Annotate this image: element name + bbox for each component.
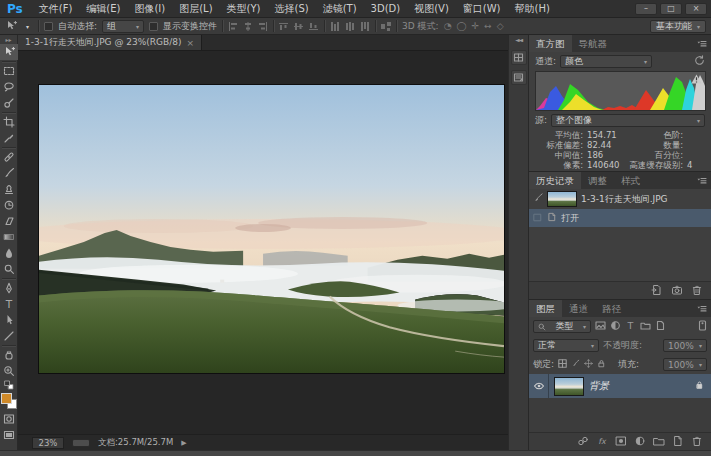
tab-paths[interactable]: 路径 <box>595 300 628 317</box>
tab-styles[interactable]: 样式 <box>614 172 647 189</box>
distribute-vertical-centers-icon[interactable] <box>345 22 355 31</box>
history-state-row[interactable]: 打开 <box>529 209 711 227</box>
pen-tool[interactable] <box>0 280 18 296</box>
menu-view[interactable]: 视图(V) <box>407 0 456 17</box>
document-tab[interactable]: 1-3-1行走天地间.JPG @ 23%(RGB/8) × <box>18 35 202 50</box>
history-snapshot-row[interactable]: 1-3-1行走天地间.JPG <box>529 189 711 209</box>
menu-filter[interactable]: 滤镜(T) <box>316 0 364 17</box>
lock-transparent-pixels-icon[interactable] <box>558 359 567 370</box>
filter-shape-layers-icon[interactable] <box>640 320 651 333</box>
channel-dropdown[interactable]: 颜色▾ <box>560 55 652 68</box>
tab-history[interactable]: 历史记录 <box>529 172 581 189</box>
blur-tool[interactable] <box>0 245 18 261</box>
delete-layer-icon[interactable] <box>691 435 703 449</box>
default-colors-icon[interactable] <box>0 379 18 391</box>
history-brush-source-icon[interactable] <box>533 193 543 205</box>
distribute-top-edges-icon[interactable] <box>330 22 340 31</box>
align-horizontal-centers-icon[interactable] <box>294 22 304 31</box>
move-tool[interactable] <box>0 44 18 60</box>
menu-image[interactable]: 图像(I) <box>127 0 172 17</box>
layer-style-icon[interactable]: fx <box>596 435 608 449</box>
align-bottom-edges-icon[interactable] <box>309 22 319 31</box>
3d-scale-icon[interactable]: ◇ <box>497 18 504 34</box>
filter-pixel-layers-icon[interactable] <box>595 320 606 333</box>
menu-file[interactable]: 文件(F) <box>32 0 80 17</box>
blend-mode-dropdown[interactable]: 正常▾ <box>533 339 599 352</box>
menu-layer[interactable]: 图层(L) <box>172 0 219 17</box>
fill-field[interactable]: 100%▾ <box>663 358 707 371</box>
lock-image-pixels-icon[interactable] <box>571 359 580 370</box>
align-vertical-centers-icon[interactable] <box>243 22 253 31</box>
brush-tool[interactable] <box>0 165 18 181</box>
3d-drag-icon[interactable]: ✛ <box>472 18 480 34</box>
filter-type-dropdown[interactable]: 类型▾ <box>533 320 591 333</box>
swatches-panel-icon[interactable] <box>511 50 527 65</box>
zoom-level-field[interactable]: 23% <box>32 437 64 449</box>
status-popup-arrow-icon[interactable]: ▶ <box>181 439 186 447</box>
add-layer-mask-icon[interactable] <box>615 435 627 449</box>
menu-3d[interactable]: 3D(D) <box>364 0 408 17</box>
layer-thumbnail[interactable] <box>554 377 584 396</box>
new-document-from-state-icon[interactable] <box>651 284 663 298</box>
auto-select-dropdown[interactable]: 组▾ <box>102 20 144 33</box>
type-tool[interactable]: T <box>0 296 18 312</box>
screen-mode-button[interactable] <box>0 427 18 443</box>
3d-rotate-icon[interactable]: ◔ <box>444 18 452 34</box>
menu-help[interactable]: 帮助(H) <box>508 0 557 17</box>
link-layers-icon[interactable] <box>577 435 589 449</box>
clone-stamp-tool[interactable] <box>0 181 18 197</box>
foreground-color-swatch[interactable] <box>1 393 12 404</box>
lasso-tool[interactable] <box>0 79 18 95</box>
new-group-icon[interactable] <box>653 435 665 449</box>
background-layer-row[interactable]: 背景 <box>529 374 711 398</box>
filter-type-layers-icon[interactable]: T <box>625 320 636 333</box>
tab-adjustments[interactable]: 调整 <box>581 172 614 189</box>
workspace-switcher[interactable]: 基本功能▾ <box>650 20 706 33</box>
align-left-edges-icon[interactable] <box>228 22 238 31</box>
tab-navigator[interactable]: 导航器 <box>572 35 615 52</box>
lock-all-icon[interactable] <box>597 359 606 370</box>
refresh-histogram-icon[interactable] <box>694 55 705 68</box>
3d-roll-icon[interactable]: ◯ <box>456 18 466 34</box>
opacity-field[interactable]: 100%▾ <box>663 339 707 352</box>
menu-window[interactable]: 窗口(W) <box>456 0 508 17</box>
rectangular-marquee-tool[interactable] <box>0 63 18 79</box>
new-adjustment-layer-icon[interactable] <box>634 435 646 449</box>
cached-data-warning-icon[interactable] <box>691 74 702 86</box>
minimize-button[interactable]: – <box>635 3 657 15</box>
panel-menu-icon[interactable] <box>697 172 711 189</box>
zoom-tool[interactable] <box>0 363 18 379</box>
show-transform-checkbox[interactable] <box>149 22 158 31</box>
layer-visibility-cell[interactable] <box>529 374 549 398</box>
menu-select[interactable]: 选择(S) <box>267 0 315 17</box>
auto-select-checkbox[interactable] <box>44 22 53 31</box>
hand-tool[interactable] <box>0 347 18 363</box>
align-right-edges-icon[interactable] <box>258 22 268 31</box>
auto-align-layers-icon[interactable] <box>381 22 391 31</box>
new-layer-icon[interactable] <box>672 435 684 449</box>
distribute-bottom-edges-icon[interactable] <box>360 22 370 31</box>
tab-channels[interactable]: 通道 <box>562 300 595 317</box>
filter-adjustment-layers-icon[interactable] <box>610 320 621 333</box>
delete-state-icon[interactable] <box>691 284 703 298</box>
status-scrubber[interactable] <box>72 439 90 447</box>
quick-selection-tool[interactable] <box>0 95 18 111</box>
menu-edit[interactable]: 编辑(E) <box>79 0 127 17</box>
expand-dock-icon[interactable]: ◄◄ <box>515 35 522 45</box>
path-selection-tool[interactable] <box>0 312 18 328</box>
3d-slide-icon[interactable]: ↔ <box>484 18 492 34</box>
properties-panel-icon[interactable] <box>511 70 527 85</box>
dodge-tool[interactable] <box>0 261 18 277</box>
history-brush-tool[interactable] <box>0 197 18 213</box>
tab-layers[interactable]: 图层 <box>529 300 562 317</box>
panel-menu-icon[interactable] <box>697 35 711 52</box>
spot-healing-brush-tool[interactable] <box>0 149 18 165</box>
maximize-button[interactable]: □ <box>660 3 682 15</box>
history-state-source-well[interactable] <box>533 213 543 224</box>
menu-type[interactable]: 类型(Y) <box>220 0 268 17</box>
eyedropper-tool[interactable] <box>0 130 18 146</box>
collapse-tools-icon[interactable]: ▸▸ <box>5 35 11 44</box>
eraser-tool[interactable] <box>0 213 18 229</box>
align-top-edges-icon[interactable] <box>279 22 289 31</box>
tool-preset-arrow-icon[interactable]: ▾ <box>22 20 33 33</box>
